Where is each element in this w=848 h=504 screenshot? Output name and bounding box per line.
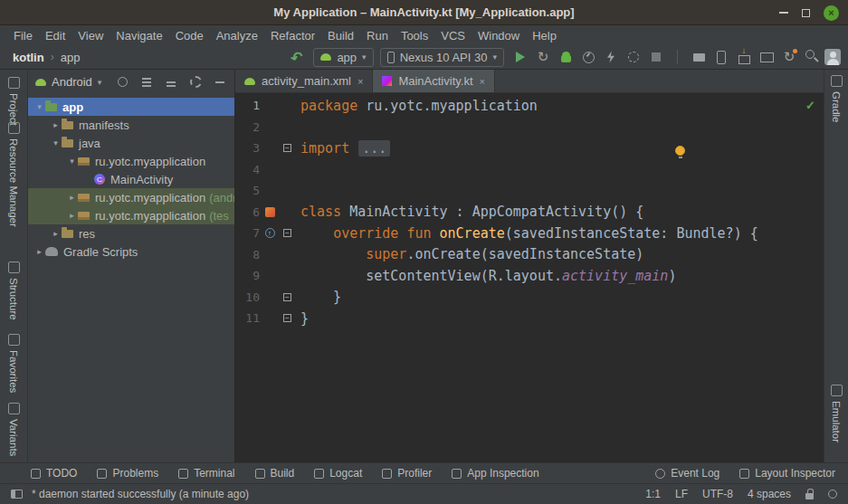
- menu-vcs[interactable]: VCS: [434, 27, 472, 44]
- indent-setting[interactable]: 4 spaces: [748, 488, 791, 500]
- tool-button-app-inspection[interactable]: App Inspection: [452, 467, 538, 480]
- close-button[interactable]: ×: [824, 5, 839, 21]
- intention-bulb-icon[interactable]: [675, 146, 685, 156]
- menu-code[interactable]: Code: [169, 27, 210, 44]
- code-line[interactable]: 8 super.onCreate(savedInstanceState): [235, 244, 824, 266]
- device-select[interactable]: Nexus 10 API 30 ▾: [380, 48, 504, 67]
- code-line[interactable]: 3−import ...: [235, 138, 824, 159]
- tool-button-profiler[interactable]: Profiler: [382, 467, 432, 480]
- tree-item-manifests[interactable]: ▸manifests: [28, 116, 234, 134]
- device-file-explorer-icon[interactable]: [689, 47, 709, 67]
- tree-item-ru-yotc-myapplication-andro[interactable]: ▸ru.yotc.myapplication(andro: [28, 188, 234, 206]
- toolwindow-resource-manager[interactable]: Resource Manager: [0, 122, 27, 227]
- tree-collapsed-arrow-icon[interactable]: ▸: [66, 211, 78, 220]
- menu-file[interactable]: File: [7, 27, 39, 44]
- locate-icon[interactable]: [115, 75, 129, 90]
- toolwindow-project[interactable]: Project: [0, 77, 27, 126]
- tool-button-layout-inspector[interactable]: Layout Inspector: [739, 467, 835, 480]
- avatar-icon[interactable]: [824, 49, 841, 65]
- tree-collapsed-arrow-icon[interactable]: ▸: [33, 247, 45, 256]
- code-line[interactable]: 10− }: [235, 287, 824, 309]
- caret-position[interactable]: 1:1: [645, 488, 661, 500]
- menu-help[interactable]: Help: [526, 27, 563, 44]
- menu-build[interactable]: Build: [321, 27, 360, 44]
- debug-icon[interactable]: [556, 47, 576, 67]
- fold-marker[interactable]: −: [283, 293, 291, 301]
- tree-item-ru-yotc-myapplication-tes[interactable]: ▸ru.yotc.myapplication(tes: [28, 206, 234, 224]
- code-line[interactable]: 5: [235, 180, 824, 202]
- code-area[interactable]: ✓ 1package ru.yotc.myapplication23−impor…: [235, 93, 824, 462]
- code-line[interactable]: 7− override fun onCreate(savedInstanceSt…: [235, 223, 824, 244]
- tool-button-logcat[interactable]: Logcat: [314, 467, 362, 480]
- minimize-button[interactable]: [779, 12, 788, 14]
- code-line[interactable]: 2: [235, 117, 824, 138]
- tree-expanded-arrow-icon[interactable]: ▾: [33, 102, 45, 111]
- tree-item-app[interactable]: ▾app: [28, 98, 234, 116]
- menu-analyze[interactable]: Analyze: [210, 27, 264, 44]
- apply-changes-icon[interactable]: ↻: [533, 47, 553, 67]
- close-icon[interactable]: ×: [357, 76, 363, 87]
- tree-expanded-arrow-icon[interactable]: ▾: [50, 138, 62, 147]
- lock-icon[interactable]: [805, 493, 814, 499]
- restore-button[interactable]: [802, 9, 810, 17]
- menu-run[interactable]: Run: [360, 27, 395, 44]
- titlebar[interactable]: My Application – MainActivity.kt [My_App…: [0, 0, 848, 25]
- tree-collapsed-arrow-icon[interactable]: ▸: [50, 229, 62, 238]
- related-files-icon[interactable]: [265, 207, 275, 217]
- collapse-all-icon[interactable]: [164, 75, 178, 90]
- settings-icon[interactable]: [188, 75, 203, 90]
- line-separator[interactable]: LF: [675, 488, 688, 500]
- fold-marker[interactable]: −: [283, 229, 291, 237]
- expand-all-icon[interactable]: [139, 75, 154, 90]
- hide-icon[interactable]: [213, 75, 227, 90]
- toolwindow-variants[interactable]: Variants: [0, 403, 27, 456]
- attach-debugger-icon[interactable]: [624, 47, 643, 67]
- run-config-select[interactable]: app ▾: [313, 48, 373, 67]
- search-everywhere-icon[interactable]: [802, 47, 822, 67]
- file-encoding[interactable]: UTF-8: [702, 488, 733, 500]
- tree-item-gradle-scripts[interactable]: ▸Gradle Scripts: [28, 242, 234, 261]
- code-line[interactable]: 6class MainActivity : AppCompatActivity(…: [235, 202, 824, 223]
- tool-button-event-log[interactable]: Event Log: [655, 467, 719, 480]
- tool-button-build[interactable]: Build: [255, 467, 295, 480]
- background-tasks-icon[interactable]: [828, 490, 837, 499]
- tool-button-todo[interactable]: TODO: [31, 467, 77, 480]
- code-line[interactable]: 4: [235, 159, 824, 181]
- apply-code-changes-icon[interactable]: [601, 47, 621, 67]
- project-view-mode[interactable]: Android: [52, 75, 92, 89]
- gradle-sync-arrow-icon[interactable]: ↶: [285, 45, 310, 70]
- profile-app-icon[interactable]: [578, 47, 598, 67]
- menu-view[interactable]: View: [71, 27, 110, 44]
- tab-mainactivity-kt[interactable]: MainActivity.kt×: [373, 70, 495, 92]
- sdk-manager-icon[interactable]: [734, 47, 754, 67]
- tree-collapsed-arrow-icon[interactable]: ▸: [50, 120, 62, 129]
- breadcrumb-project[interactable]: kotlin: [13, 51, 44, 64]
- tab-activity-main-xml[interactable]: activity_main.xml×: [235, 70, 373, 92]
- stop-icon[interactable]: [646, 47, 666, 67]
- fold-marker[interactable]: −: [283, 144, 291, 152]
- sync-project-icon[interactable]: ↻: [779, 47, 799, 67]
- tree-item-mainactivity[interactable]: MainActivity: [28, 170, 234, 188]
- device-manager-icon[interactable]: [711, 47, 731, 67]
- toolwindow-gradle[interactable]: Gradle: [824, 75, 848, 123]
- code-line[interactable]: 1package ru.yotc.myapplication: [235, 95, 824, 117]
- inspection-ok-icon[interactable]: ✓: [805, 99, 815, 112]
- tool-button-terminal[interactable]: Terminal: [178, 467, 234, 480]
- tree-item-res[interactable]: ▸res: [28, 224, 234, 242]
- tree-expanded-arrow-icon[interactable]: ▾: [66, 157, 78, 166]
- breadcrumb-module[interactable]: app: [61, 51, 81, 64]
- toolwindow-emulator[interactable]: Emulator: [824, 385, 848, 442]
- menu-edit[interactable]: Edit: [39, 27, 71, 44]
- fold-marker[interactable]: −: [283, 314, 291, 322]
- toolwindow-favorites[interactable]: Favorites: [0, 334, 27, 393]
- toolwindow-structure[interactable]: Structure: [0, 262, 27, 320]
- menu-refactor[interactable]: Refactor: [264, 27, 321, 44]
- toolwindow-toggle-icon[interactable]: [11, 490, 23, 499]
- tree-collapsed-arrow-icon[interactable]: ▸: [66, 193, 78, 202]
- tree-item-ru-yotc-myapplication[interactable]: ▾ru.yotc.myapplication: [28, 152, 234, 170]
- code-line[interactable]: 9 setContentView(R.layout.activity_main): [235, 265, 824, 287]
- override-method-icon[interactable]: [265, 228, 275, 238]
- tree-item-java[interactable]: ▾java: [28, 134, 234, 152]
- menu-window[interactable]: Window: [472, 27, 526, 44]
- menu-navigate[interactable]: Navigate: [110, 27, 168, 44]
